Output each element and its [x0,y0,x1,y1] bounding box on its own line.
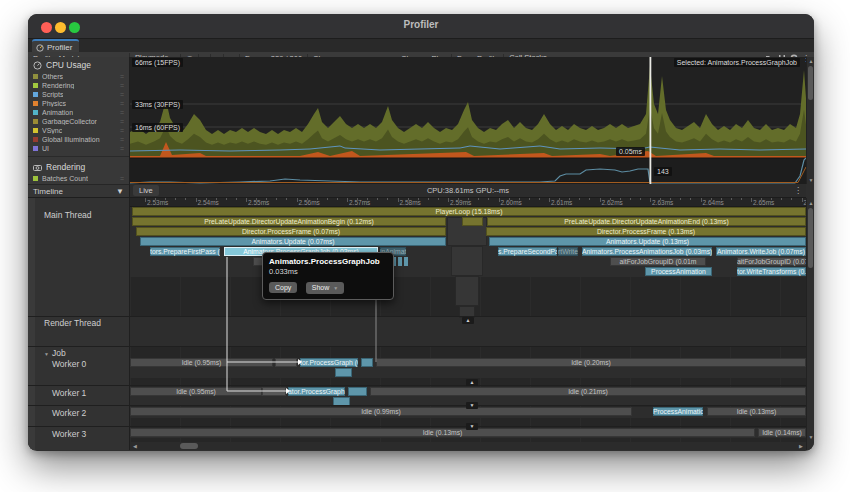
legend-drag-handle[interactable]: = [120,175,124,182]
cpu-usage-module-header[interactable]: CPU Usage [28,57,129,72]
cpu-legend-item[interactable]: GarbageCollector= [28,117,129,126]
timeline-sample-bar[interactable]: Idle (0.20ms) [376,358,806,367]
legend-drag-handle[interactable]: = [120,100,124,107]
timeline-sample-bar[interactable]: Idle (0.99ms) [130,407,632,416]
wait-stack-block[interactable] [451,246,483,276]
timeline-sample-bar[interactable]: aitForJobGroupID (0.07m [737,257,806,266]
show-dropdown-button[interactable]: Show ▼ [306,282,344,294]
scroll-right-icon[interactable]: ▶ [798,443,804,449]
view-mode-dropdown[interactable]: Timeline ▼ [28,184,130,198]
legend-drag-handle[interactable]: = [120,91,124,98]
cpu-legend-item[interactable]: Animation= [28,108,129,117]
timeline-sample-bar[interactable]: PreLateUpdate.DirectorUpdateAnimationBeg… [132,217,446,226]
rendering-module-header[interactable]: Rendering [28,159,129,174]
charts-vertical-scrollbar[interactable]: ▲ ▼ [806,57,814,184]
scrollbar-thumb[interactable] [808,66,813,100]
legend-color-swatch[interactable] [33,176,38,181]
timeline-sample-bar[interactable]: rtWrite [558,247,578,256]
timeline-sample-bar[interactable]: s.PrepareSecondPass [498,247,557,256]
thread-label-worker-3[interactable]: Worker 3 [52,429,86,439]
timeline-sample-bar[interactable] [335,368,352,377]
timeline-canvas[interactable]: PlayerLoop (15.18ms)PreLateUpdate.Direct… [130,207,806,450]
wait-stack-block[interactable] [455,276,479,306]
timeline-sample-bar[interactable]: Animators.ProcessAnimationsJob (0.03ms) [582,247,712,256]
timeline-sample-bar[interactable]: Idle (0.13ms) [707,407,806,416]
legend-drag-handle[interactable]: = [120,109,124,116]
ruler-minor-tick [337,198,338,200]
legend-color-swatch[interactable] [33,110,38,115]
timeline-sample-bar[interactable] [348,387,367,396]
cpu-legend-item[interactable]: Rendering= [28,81,129,90]
thread-label-worker-2[interactable]: Worker 2 [52,408,86,418]
cpu-legend-item[interactable]: VSync= [28,126,129,135]
scrollbar-thumb[interactable] [180,443,198,449]
rendering-legend-item[interactable]: Batches Count= [28,174,129,183]
timeline-sample-bar[interactable]: Director.ProcessFrame (0.07ms) [136,227,446,236]
timeline-horizontal-scrollbar[interactable]: ◀ ▶ [130,442,806,450]
timeline-sample-bar[interactable]: PreLateUpdate.DirectorUpdateAnimationEnd… [487,217,806,226]
legend-color-swatch[interactable] [33,74,38,79]
legend-color-swatch[interactable] [33,119,38,124]
timeline-sample-bar[interactable]: Animators.WriteJob (0.07ms) [716,247,806,256]
timeline-sample-bar[interactable] [361,358,373,367]
scroll-left-icon[interactable]: ◀ [132,443,138,449]
profiler-charts[interactable]: 66ms (15FPS) 33ms (30FPS) 16ms (60FPS) S… [130,57,806,184]
legend-drag-handle[interactable]: = [120,73,124,80]
timeline-sample-bar[interactable]: Idle (0.95ms) [130,358,273,367]
timeline-sample-bar[interactable]: Idle (0.21ms) [370,387,806,396]
cpu-legend-item[interactable]: UI= [28,144,129,153]
ruler-minor-tick [327,198,328,200]
legend-drag-handle[interactable]: = [120,136,124,143]
timeline-sample-bar[interactable]: Idle (0.13ms) [130,428,755,437]
timeline-sample-bar[interactable] [262,387,286,396]
scroll-up-icon[interactable]: ▲ [807,58,814,64]
timeline-sample-bar[interactable]: ProcessAnimation [653,407,703,416]
legend-drag-handle[interactable]: = [120,127,124,134]
timeline-sample-bar[interactable] [275,358,297,367]
copy-button[interactable]: Copy [269,282,297,293]
flow-event-marker[interactable]: ▼ [466,423,478,430]
timeline-sample-bar[interactable] [462,217,483,226]
cpu-legend-item[interactable]: Others= [28,72,129,81]
timeline-sample-bar[interactable]: tor.ProcessGraph (0. [300,358,358,367]
legend-drag-handle[interactable]: = [120,82,124,89]
legend-color-swatch[interactable] [33,146,38,151]
timeline-sample-bar[interactable]: aitForJobGroupID (0.01m [610,257,706,266]
legend-color-swatch[interactable] [33,137,38,142]
timeline-menu-icon[interactable]: ⋮ [794,186,806,195]
scrollbar-thumb[interactable] [808,208,813,268]
timeline-sample-bar[interactable]: tor.WriteTransforms (0. [737,267,806,276]
thread-label-render[interactable]: Render Thread [44,318,101,328]
flow-event-marker[interactable]: ▲ [462,317,474,324]
flow-event-marker[interactable]: ▲ [466,379,478,386]
legend-color-swatch[interactable] [33,92,38,97]
legend-drag-handle[interactable]: = [120,118,124,125]
flow-event-marker[interactable]: ▼ [466,402,478,409]
thread-label-worker-0[interactable]: Worker 0 [52,359,86,369]
timeline-sample-bar[interactable]: Animators.Update (0.07ms) [140,237,446,246]
cpu-legend-item[interactable]: Physics= [28,99,129,108]
legend-color-swatch[interactable] [33,101,38,106]
scroll-down-icon[interactable]: ▼ [807,177,814,183]
thread-label-worker-1[interactable]: Worker 1 [52,388,86,398]
thread-label-main[interactable]: Main Thread [44,210,92,220]
scroll-down-icon[interactable]: ▼ [807,434,814,440]
legend-color-swatch[interactable] [33,128,38,133]
timeline-sample-bar[interactable] [398,257,402,266]
timeline-sample-bar[interactable]: ator.ProcessGraph (0.01 [288,387,345,396]
scroll-up-icon[interactable]: ▲ [807,200,814,206]
timeline-sample-bar[interactable]: PlayerLoop (15.18ms) [132,207,806,216]
thread-group-job[interactable]: ▼Job [42,348,66,358]
cpu-legend-item[interactable]: Global Illumination= [28,135,129,144]
timeline-sample-bar[interactable]: tors.PrepareFirstPass (0 [150,247,220,256]
timeline-sample-bar[interactable]: Animators.Update (0.13ms) [489,237,806,246]
legend-color-swatch[interactable] [33,83,38,88]
cpu-legend-item[interactable]: Scripts= [28,90,129,99]
legend-drag-handle[interactable]: = [120,145,124,152]
timeline-vertical-scrollbar[interactable]: ▲ ▼ [806,198,814,450]
timeline-sample-bar[interactable]: Idle (0.95ms) [130,387,262,396]
timeline-sample-bar[interactable]: Director.ProcessFrame (0.13ms) [486,227,806,236]
timeline-sample-bar[interactable]: Idle (0.14ms) [758,428,806,437]
timeline-sample-bar[interactable] [404,257,408,266]
timeline-sample-bar[interactable]: ProcessAnimation [645,267,712,276]
